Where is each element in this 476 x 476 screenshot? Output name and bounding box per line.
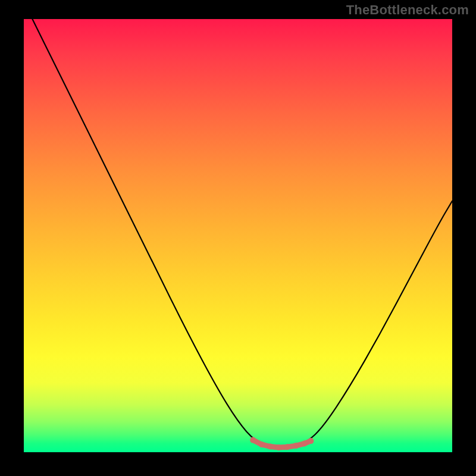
chart-frame: TheBottleneck.com	[0, 0, 476, 476]
plot-area	[24, 19, 452, 452]
plot-inner	[24, 19, 452, 452]
optimal-point-dot	[259, 441, 265, 447]
optimal-point-dot	[302, 440, 308, 446]
bottleneck-curve	[24, 19, 452, 452]
watermark-text: TheBottleneck.com	[346, 2, 469, 18]
optimal-point-dot	[275, 444, 281, 450]
curve-path	[32, 19, 452, 447]
optimal-point-dot	[267, 444, 273, 450]
optimal-point-dot	[293, 443, 299, 449]
optimal-point-dot	[308, 438, 314, 444]
optimal-point-dot	[250, 437, 256, 443]
optimal-point-dot	[284, 444, 290, 450]
